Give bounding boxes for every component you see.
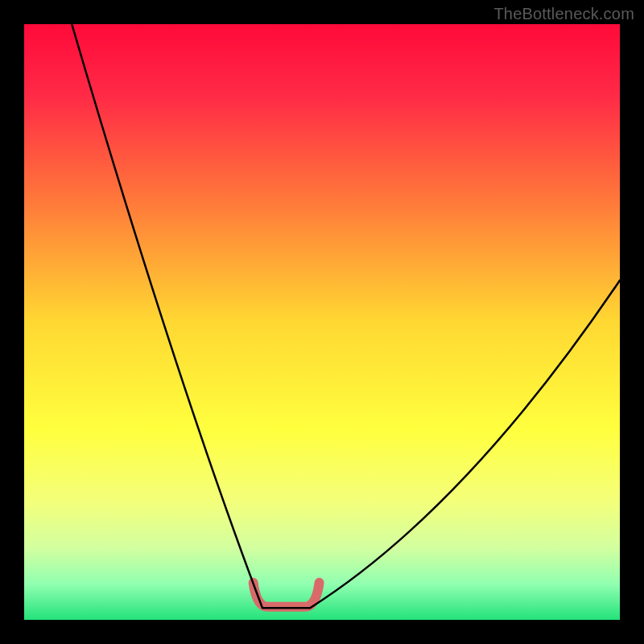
gradient-background (24, 24, 620, 620)
plot-area (24, 24, 620, 620)
gradient-rect (24, 24, 620, 620)
chart-frame: TheBottleneck.com (0, 0, 644, 644)
watermark-text: TheBottleneck.com (493, 5, 634, 23)
